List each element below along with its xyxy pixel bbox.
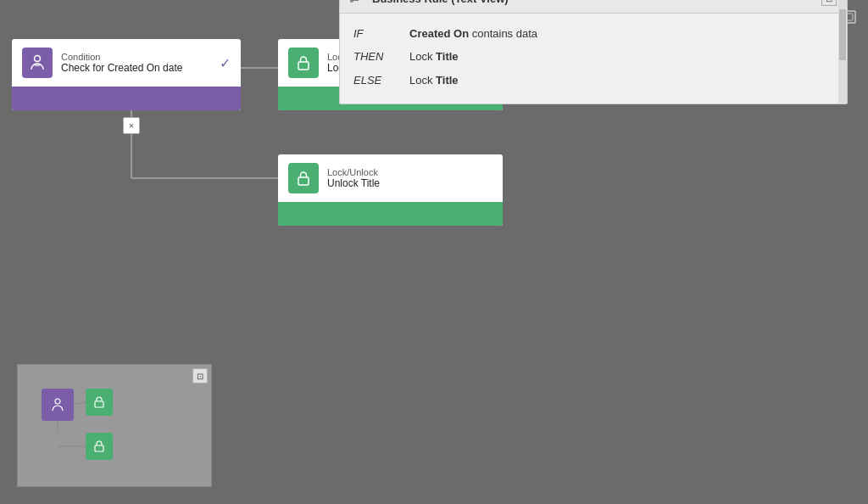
biz-rule-scrollbar[interactable] bbox=[838, 0, 847, 104]
biz-rule-else-row: ELSE Lock Title bbox=[353, 70, 833, 90]
svg-rect-15 bbox=[298, 62, 309, 70]
minimap-condition-icon bbox=[42, 389, 74, 421]
x-button[interactable]: × bbox=[123, 117, 140, 134]
svg-point-13 bbox=[35, 56, 41, 62]
svg-rect-22 bbox=[95, 445, 103, 451]
business-rule-icon bbox=[350, 0, 365, 6]
biz-rule-then-row: THEN Lock Title bbox=[353, 47, 833, 66]
svg-rect-21 bbox=[95, 401, 103, 407]
business-rule-header: Business Rule (Text View) ⊡ bbox=[340, 0, 847, 14]
condition-footer bbox=[12, 87, 241, 110]
biz-rule-then-action: Lock bbox=[409, 50, 436, 63]
minimap-lock2-icon bbox=[86, 433, 113, 460]
minimap[interactable]: ⊡ bbox=[17, 364, 212, 487]
biz-rule-else-action: Lock bbox=[409, 74, 436, 87]
condition-header: Condition Check for Created On date ✓ bbox=[12, 39, 241, 87]
minimap-expand-button[interactable]: ⊡ bbox=[192, 368, 208, 384]
business-rule-expand-button[interactable]: ⊡ bbox=[821, 0, 837, 6]
biz-rule-if-label: IF bbox=[353, 24, 396, 43]
lock-bottom-icon bbox=[288, 163, 319, 193]
svg-point-20 bbox=[55, 399, 60, 404]
business-rule-title: Business Rule (Text View) bbox=[372, 0, 815, 5]
business-rule-panel: Business Rule (Text View) ⊡ IF Created O… bbox=[339, 0, 848, 104]
biz-rule-if-content: Created On contains data bbox=[409, 24, 537, 43]
lock-bottom-header: Lock/Unlock Unlock Title bbox=[278, 154, 503, 202]
condition-node[interactable]: Condition Check for Created On date ✓ bbox=[12, 39, 241, 110]
condition-checkmark: ✓ bbox=[220, 55, 231, 71]
svg-rect-16 bbox=[298, 177, 309, 185]
biz-rule-else-field: Title bbox=[436, 74, 459, 87]
condition-icon bbox=[22, 48, 53, 78]
minimap-lock1-icon bbox=[86, 389, 113, 416]
biz-rule-if-row: IF Created On contains data bbox=[353, 24, 833, 43]
biz-rule-if-field: Created On bbox=[409, 27, 469, 40]
lock-bottom-footer bbox=[278, 202, 503, 226]
minimap-lines bbox=[18, 365, 211, 486]
condition-text: Condition Check for Created On date bbox=[61, 52, 211, 74]
biz-rule-scroll-thumb bbox=[839, 9, 846, 60]
biz-rule-else-label: ELSE bbox=[353, 70, 396, 90]
biz-rule-then-content: Lock Title bbox=[409, 47, 459, 66]
condition-title: Condition bbox=[61, 52, 211, 62]
lock-bottom-title: Lock/Unlock bbox=[327, 167, 380, 177]
lock-top-icon bbox=[288, 48, 319, 78]
lock-bottom-subtitle: Unlock Title bbox=[327, 177, 380, 189]
business-rule-body: IF Created On contains data THEN Lock Ti… bbox=[340, 14, 847, 104]
biz-rule-if-text: contains data bbox=[469, 27, 537, 40]
biz-rule-else-content: Lock Title bbox=[409, 70, 459, 90]
lock-node-bottom[interactable]: Lock/Unlock Unlock Title bbox=[278, 154, 503, 226]
condition-subtitle: Check for Created On date bbox=[61, 62, 211, 74]
biz-rule-then-field: Title bbox=[436, 50, 459, 63]
lock-bottom-text: Lock/Unlock Unlock Title bbox=[327, 167, 380, 189]
biz-rule-then-label: THEN bbox=[353, 47, 396, 66]
